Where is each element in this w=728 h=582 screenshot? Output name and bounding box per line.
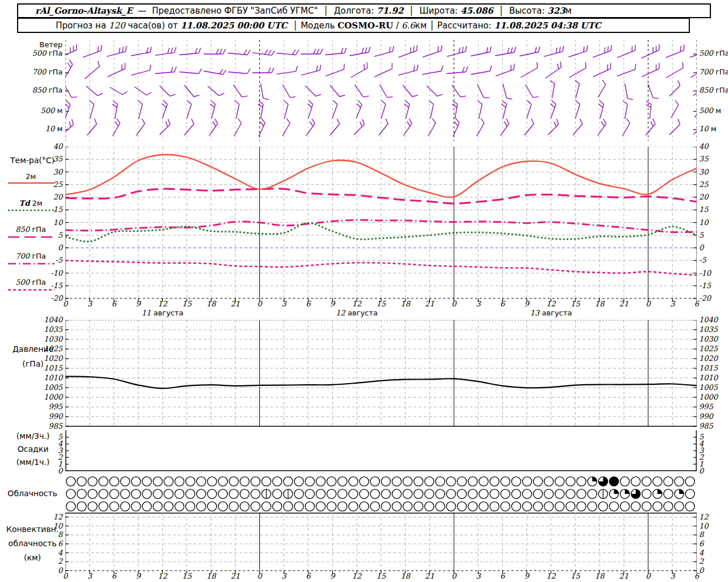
wind-level-label-right: 850 гПа <box>699 86 728 94</box>
hour-tick-label: 15 <box>179 572 196 580</box>
conv-tick-label-left: 0 <box>0 566 63 575</box>
hour-tick-label: 21 <box>421 572 438 580</box>
temp-tick-label-right: 10 <box>699 218 727 227</box>
pressure-tick-label-left: 1010 <box>0 373 63 382</box>
temp-tick-label-left: 0 <box>0 243 63 252</box>
pressure-tick-label-left: 985 <box>0 422 63 430</box>
hour-tick-label: 21 <box>421 300 438 308</box>
hour-tick-label: 15 <box>373 300 390 308</box>
pressure-tick-label-left: 1040 <box>0 315 63 324</box>
temp-tick-label-left: 30 <box>0 168 63 176</box>
hour-tick-label: 0 <box>445 300 462 308</box>
temp-tick-label-left: 15 <box>0 205 63 214</box>
hour-tick-label: 0 <box>640 300 657 308</box>
temp-tick-label-right: 15 <box>699 205 727 214</box>
hour-tick-label: 18 <box>202 300 220 308</box>
hour-tick-label: 12 <box>543 572 560 580</box>
conv-tick-label-left: 2 <box>0 557 63 566</box>
hour-tick-label: 9 <box>130 300 147 308</box>
hour-tick-label: 18 <box>397 572 414 580</box>
temp-tick-label-left: 40 <box>0 142 63 151</box>
temp-tick-label-right: 40 <box>699 142 727 151</box>
temp-tick-label-left: 35 <box>0 155 63 163</box>
pressure-tick-label-left: 1030 <box>0 335 63 343</box>
wind-level-label-right: 500 гПа <box>699 49 728 57</box>
pressure-tick-label-right: 1000 <box>699 393 727 401</box>
temp-tick-label-left: -15 <box>0 281 63 290</box>
meteogram-page: rAl_Gorno-Altaysk_E — Предоставлено ФГБУ… <box>0 0 728 582</box>
hour-tick-label: 3 <box>470 300 487 308</box>
hour-tick-label: 21 <box>227 300 244 308</box>
conv-tick-label-right: 6 <box>699 539 722 548</box>
hour-tick-label: 0 <box>251 572 268 580</box>
pressure-tick-label-right: 1035 <box>699 325 727 334</box>
hour-tick-label: 3 <box>81 300 98 308</box>
hour-tick-label: 21 <box>615 572 632 580</box>
hour-tick-label: 9 <box>518 300 535 308</box>
pressure-tick-label-left: 1035 <box>0 325 63 334</box>
hour-tick-label: 21 <box>615 300 632 308</box>
wind-level-label-right: 700 гПа <box>699 68 728 76</box>
hour-tick-label: 0 <box>445 572 462 580</box>
temp-tick-label-right: 5 <box>699 231 727 239</box>
wind-level-label-left: 700 гПа <box>0 68 63 76</box>
temp-tick-label-right: -15 <box>699 281 727 290</box>
hour-tick-label: 6 <box>105 300 122 308</box>
hour-tick-label: 12 <box>154 572 171 580</box>
hour-tick-label: 21 <box>227 572 244 580</box>
hour-tick-label: 6 <box>688 300 705 308</box>
conv-tick-label-right: 8 <box>699 530 722 539</box>
temp-tick-label-right: 35 <box>699 155 727 163</box>
pressure-tick-label-right: 1030 <box>699 335 727 343</box>
hour-tick-label: 12 <box>348 572 365 580</box>
wind-level-label-left: 10 м <box>0 124 63 133</box>
conv-tick-label-left: 10 <box>0 522 63 530</box>
hour-tick-label: 3 <box>275 572 292 580</box>
date-label: 11 августа <box>137 309 188 317</box>
hour-tick-label: 3 <box>81 572 98 580</box>
hour-tick-label: 0 <box>251 300 268 308</box>
pressure-tick-label-left: 1025 <box>0 344 63 353</box>
hour-tick-label: 6 <box>300 300 317 308</box>
temp-tick-label-right: -10 <box>699 269 727 277</box>
pressure-tick-label-left: 995 <box>0 402 63 411</box>
hour-tick-label: 3 <box>664 300 681 308</box>
precip-tick-label-right: 5 <box>699 433 722 441</box>
hour-tick-label: 0 <box>640 572 657 580</box>
hour-tick-label: 15 <box>567 572 584 580</box>
hour-tick-label: 6 <box>494 300 511 308</box>
temp-tick-label-right: 0 <box>699 243 727 252</box>
conv-tick-label-right: 12 <box>699 513 722 521</box>
temp-tick-label-right: 20 <box>699 193 727 201</box>
temp-tick-label-right: 25 <box>699 180 727 189</box>
temp-tick-label-left: 20 <box>0 193 63 201</box>
temp-tick-label-left: 5 <box>0 231 63 239</box>
wind-level-label-right: 10 м <box>699 124 728 133</box>
hour-tick-label: 0 <box>57 300 74 308</box>
conv-tick-label-left: 8 <box>0 530 63 539</box>
pressure-tick-label-right: 985 <box>699 422 727 430</box>
temp-tick-label-right: 30 <box>699 168 727 176</box>
pressure-tick-label-right: 1020 <box>699 354 727 363</box>
hour-tick-label: 9 <box>324 572 341 580</box>
precip-tick-label-left: 5 <box>0 433 63 441</box>
pressure-tick-label-left: 990 <box>0 412 63 421</box>
conv-tick-label-right: 4 <box>699 548 722 557</box>
conv-tick-label-left: 6 <box>0 539 63 548</box>
pressure-tick-label-right: 1040 <box>699 315 727 324</box>
hour-tick-label: 15 <box>567 300 584 308</box>
hour-tick-label: 6 <box>105 572 122 580</box>
hour-tick-label: 3 <box>470 572 487 580</box>
hour-tick-label: 9 <box>324 300 341 308</box>
conv-tick-label-left: 12 <box>0 513 63 521</box>
conv-tick-label-right: 0 <box>699 566 722 575</box>
wind-level-label-left: 850 гПа <box>0 86 63 94</box>
pressure-tick-label-right: 990 <box>699 412 727 421</box>
pressure-tick-label-left: 1000 <box>0 393 63 401</box>
hour-tick-label: 9 <box>130 572 147 580</box>
temp-tick-label-left: -10 <box>0 269 63 277</box>
temp-tick-label-left: -5 <box>0 256 63 264</box>
hour-tick-label: 12 <box>543 300 560 308</box>
wind-level-label-left: 500 гПа <box>0 49 63 57</box>
axis-labels-overlay: 500 гПа500 гПа700 гПа700 гПа850 гПа850 г… <box>0 0 728 582</box>
